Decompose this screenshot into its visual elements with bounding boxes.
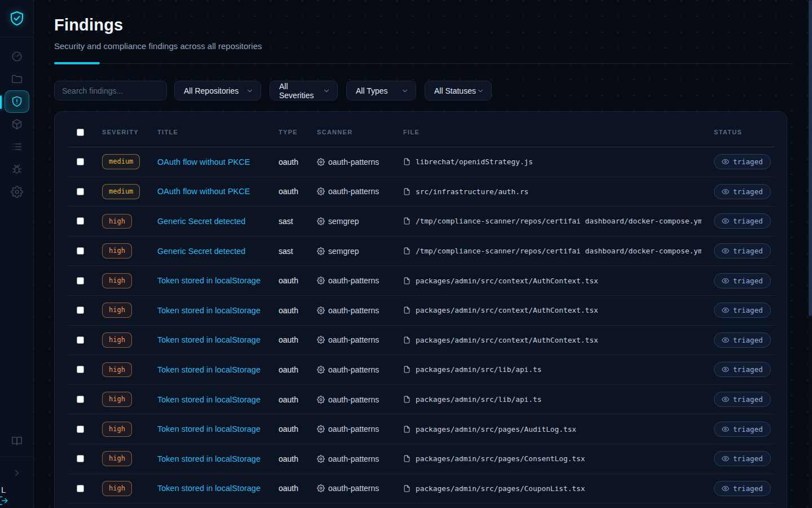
severity-badge: medium [102, 184, 140, 199]
sidebar-item-docs[interactable] [5, 430, 29, 452]
cog-icon [317, 396, 325, 404]
findings-table-card: SEVERITY TITLE TYPE SCANNER FILE STATUS … [54, 111, 787, 508]
cog-icon [317, 336, 325, 344]
row-checkbox[interactable] [77, 277, 84, 284]
sidebar-item-artifacts[interactable] [5, 113, 29, 135]
status-label: triaged [733, 247, 763, 255]
row-checkbox[interactable] [77, 217, 84, 225]
scanner-name: oauth-patterns [328, 365, 379, 374]
table-row: high Token stored in localStorage oauth … [68, 444, 775, 474]
page-scrollbar-track[interactable] [809, 0, 812, 508]
row-checkbox[interactable] [77, 396, 84, 403]
eye-icon [722, 188, 729, 195]
status-triaged-button[interactable]: triaged [714, 303, 771, 318]
file-icon [403, 484, 411, 493]
finding-title-link[interactable]: Token stored in localStorage [157, 484, 261, 493]
status-triaged-button[interactable]: triaged [714, 273, 771, 288]
table-row: high Token stored in localStorage oauth … [68, 414, 775, 444]
finding-type: oauth [279, 395, 298, 404]
list-icon [11, 141, 23, 153]
status-triaged-button[interactable]: triaged [714, 392, 771, 407]
sidebar-collapse-button[interactable] [5, 462, 29, 484]
file-icon [403, 217, 411, 225]
status-triaged-button[interactable]: triaged [714, 362, 771, 377]
finding-title-link[interactable]: Token stored in localStorage [157, 306, 261, 315]
table-row: high Token stored in localStorage oauth … [68, 296, 775, 326]
status-label: triaged [733, 157, 763, 166]
severity-badge: high [102, 481, 132, 496]
row-checkbox[interactable] [77, 306, 84, 314]
status-triaged-button[interactable]: triaged [714, 154, 771, 169]
select-all-checkbox[interactable] [77, 129, 84, 136]
file-path: src/infrastructure/auth.rs [416, 187, 528, 196]
finding-title-link[interactable]: Token stored in localStorage [157, 454, 261, 463]
finding-title-link[interactable]: Generic Secret detected [157, 217, 245, 226]
finding-title-link[interactable]: Token stored in localStorage [157, 395, 261, 404]
shield-check-logo-icon [8, 10, 25, 28]
cog-icon [317, 217, 325, 225]
row-checkbox[interactable] [77, 426, 84, 433]
severity-badge: high [102, 422, 132, 437]
severities-dropdown[interactable]: All Severities [270, 81, 338, 100]
row-checkbox[interactable] [77, 485, 84, 492]
finding-type: oauth [279, 454, 298, 463]
file-icon [403, 187, 411, 196]
status-triaged-button[interactable]: triaged [714, 422, 771, 437]
table-header-row: SEVERITY TITLE TYPE SCANNER FILE STATUS [68, 117, 775, 147]
finding-title-link[interactable]: Token stored in localStorage [157, 424, 261, 433]
status-label: triaged [733, 454, 763, 463]
file-icon [403, 277, 411, 285]
eye-icon [722, 158, 729, 165]
repositories-dropdown[interactable]: All Repositories [174, 81, 261, 100]
search-input[interactable] [54, 81, 167, 100]
status-triaged-button[interactable]: triaged [714, 184, 771, 199]
status-label: triaged [733, 277, 763, 285]
finding-title-link[interactable]: OAuth flow without PKCE [157, 157, 250, 167]
chevron-right-icon [12, 468, 22, 478]
finding-title-link[interactable]: Token stored in localStorage [157, 365, 261, 374]
status-triaged-button[interactable]: triaged [714, 451, 771, 466]
row-checkbox[interactable] [77, 455, 84, 462]
finding-title-link[interactable]: Token stored in localStorage [157, 276, 261, 285]
types-dropdown-label: All Types [356, 86, 388, 95]
sidebar-item-settings[interactable] [5, 181, 29, 203]
logout-icon[interactable] [0, 496, 9, 506]
status-triaged-button[interactable]: triaged [714, 481, 771, 496]
status-label: triaged [733, 395, 763, 404]
severity-badge: high [102, 451, 132, 466]
status-label: triaged [733, 306, 763, 314]
status-triaged-button[interactable]: triaged [714, 332, 771, 348]
scanner-name: oauth-patterns [328, 276, 379, 285]
eye-icon [722, 426, 729, 433]
row-checkbox[interactable] [77, 188, 84, 195]
status-label: triaged [733, 336, 763, 344]
file-path: packages/admin/src/pages/CouponList.tsx [416, 484, 585, 493]
severity-badge: high [102, 243, 132, 259]
types-dropdown[interactable]: All Types [346, 81, 416, 100]
statuses-dropdown[interactable]: All Statuses [425, 81, 492, 100]
sidebar-item-reports[interactable] [5, 135, 29, 158]
eye-icon [722, 277, 729, 284]
sidebar-item-repositories[interactable] [5, 68, 29, 90]
bug-icon [11, 163, 23, 176]
row-checkbox[interactable] [77, 247, 84, 255]
row-checkbox[interactable] [77, 366, 84, 373]
scanner-name: oauth-patterns [328, 395, 379, 404]
finding-title-link[interactable]: Token stored in localStorage [157, 335, 261, 344]
page-title: Findings [54, 16, 789, 34]
sidebar-item-issues[interactable] [5, 158, 29, 181]
file-icon [403, 425, 411, 433]
finding-title-link[interactable]: Generic Secret detected [157, 247, 245, 256]
sidebar-item-findings[interactable] [5, 90, 29, 113]
scanner-name: oauth-patterns [328, 187, 379, 196]
file-path: /tmp/compliance-scanner/repos/certifai d… [416, 247, 701, 255]
row-checkbox[interactable] [77, 158, 84, 165]
severity-badge: high [102, 273, 132, 288]
status-triaged-button[interactable]: triaged [714, 213, 771, 229]
sidebar-item-dashboard[interactable] [5, 45, 29, 68]
finding-title-link[interactable]: OAuth flow without PKCE [157, 187, 250, 196]
row-checkbox[interactable] [77, 336, 84, 344]
page-scrollbar-thumb[interactable] [809, 0, 812, 316]
app-logo[interactable] [0, 0, 33, 37]
status-triaged-button[interactable]: triaged [714, 243, 771, 259]
